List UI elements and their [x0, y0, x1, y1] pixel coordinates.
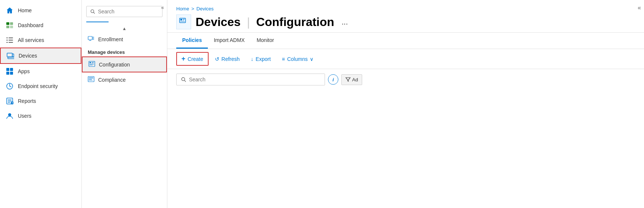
svg-rect-4 [6, 38, 8, 38]
sidebar-label-dashboard: Dashboard [18, 22, 44, 28]
sidebar-item-all-services[interactable]: All services [0, 33, 81, 48]
toolbar: + Create ↺ Refresh ↓ Export ≡ Columns ∨ [167, 49, 644, 69]
svg-rect-36 [92, 63, 93, 63]
svg-rect-35 [92, 62, 94, 62]
svg-rect-19 [8, 100, 12, 100]
section-header-manage-devices: Manage devices [82, 46, 167, 56]
svg-rect-48 [180, 21, 185, 22]
svg-rect-6 [6, 40, 8, 40]
svg-rect-21 [8, 102, 10, 103]
main-search-input[interactable] [189, 77, 320, 82]
more-options-button[interactable]: ... [339, 18, 351, 26]
second-panel: « ▲ Enrollment Manage devices [82, 0, 167, 208]
svg-rect-8 [6, 42, 8, 43]
sidebar-item-devices[interactable]: Devices [0, 48, 81, 64]
export-button[interactable]: ↓ Export [246, 53, 276, 65]
tab-import-admx[interactable]: Import ADMX [208, 33, 251, 49]
sidebar-collapse-button[interactable]: « [638, 4, 641, 11]
sidebar-label-apps: Apps [18, 68, 30, 74]
svg-rect-45 [180, 19, 182, 20]
sidebar-item-reports[interactable]: Reports [0, 94, 81, 108]
sidebar-item-users[interactable]: Users [0, 108, 81, 123]
svg-rect-34 [90, 62, 91, 63]
tab-monitor[interactable]: Monitor [251, 33, 280, 49]
svg-rect-11 [8, 57, 14, 59]
main-search-icon [181, 77, 186, 82]
apps-icon [6, 68, 13, 75]
main-search-box[interactable] [176, 74, 325, 85]
svg-rect-47 [183, 20, 184, 20]
svg-rect-46 [183, 19, 185, 19]
svg-rect-12 [12, 54, 14, 57]
compliance-icon [88, 76, 94, 83]
svg-rect-13 [6, 68, 9, 71]
breadcrumb-current[interactable]: Devices [196, 6, 213, 12]
sidebar-item-endpoint-security[interactable]: Endpoint security [0, 79, 81, 94]
svg-rect-15 [6, 72, 9, 75]
sidebar: « Home Dashboard [0, 0, 82, 208]
svg-rect-0 [6, 22, 9, 25]
export-icon: ↓ [251, 56, 254, 62]
create-button[interactable]: + Create [176, 52, 209, 66]
svg-rect-44 [180, 18, 186, 23]
filter-label: Ad [352, 77, 358, 82]
svg-rect-14 [10, 68, 13, 71]
columns-arrow: ∨ [310, 56, 313, 62]
columns-label: Columns [287, 56, 307, 62]
sidebar-label-endpoint-security: Endpoint security [18, 83, 58, 89]
second-panel-item-compliance[interactable]: Compliance [82, 72, 167, 87]
svg-rect-28 [88, 36, 92, 40]
svg-rect-7 [9, 40, 13, 40]
sidebar-label-home: Home [18, 7, 32, 13]
devices-icon [7, 52, 14, 59]
configuration-label: Configuration [99, 62, 130, 68]
search-area: i Ad [167, 69, 644, 90]
second-panel-search-input[interactable] [98, 9, 158, 14]
columns-button[interactable]: ≡ Columns ∨ [277, 53, 318, 65]
page-title: Devices | Configuration [196, 15, 334, 29]
sidebar-item-dashboard[interactable]: Dashboard [0, 18, 81, 33]
scroll-up-indicator: ▲ [82, 25, 167, 32]
enrollment-icon [88, 36, 94, 43]
services-icon [6, 36, 13, 44]
svg-rect-10 [7, 53, 12, 57]
dashboard-icon [6, 22, 13, 29]
svg-rect-42 [89, 79, 92, 79]
svg-rect-41 [89, 78, 93, 79]
svg-rect-1 [10, 22, 13, 25]
sidebar-item-home[interactable]: Home [0, 3, 81, 18]
svg-rect-43 [89, 80, 93, 81]
sidebar-label-users: Users [18, 113, 32, 119]
second-panel-search-box[interactable] [86, 6, 162, 17]
svg-point-25 [8, 113, 11, 116]
svg-rect-40 [89, 77, 93, 78]
filter-button[interactable]: Ad [341, 74, 362, 85]
svg-rect-20 [8, 101, 12, 102]
main-content: Home > Devices Devices | Configuration .… [167, 0, 644, 208]
tab-policies[interactable]: Policies [176, 33, 208, 49]
sidebar-label-all-services: All services [18, 37, 44, 43]
svg-line-50 [184, 80, 186, 81]
svg-rect-3 [10, 26, 13, 28]
refresh-button[interactable]: ↺ Refresh [210, 53, 245, 65]
svg-rect-23 [12, 102, 13, 103]
sidebar-item-apps[interactable]: Apps [0, 64, 81, 79]
configuration-icon [88, 61, 95, 68]
svg-line-27 [93, 12, 94, 13]
reports-icon [6, 97, 13, 105]
create-label: Create [188, 56, 203, 62]
nav-divider [86, 22, 109, 22]
svg-rect-2 [6, 26, 9, 28]
page-icon [176, 14, 191, 29]
second-panel-item-configuration[interactable]: Configuration [82, 56, 167, 72]
compliance-label: Compliance [98, 77, 126, 83]
second-panel-item-enrollment[interactable]: Enrollment [82, 32, 167, 46]
breadcrumb-home[interactable]: Home [176, 6, 189, 12]
export-label: Export [256, 56, 271, 62]
info-button[interactable]: i [328, 74, 338, 85]
page-title-row: Devices | Configuration ... [176, 14, 635, 29]
second-panel-collapse-button[interactable]: « [161, 4, 164, 10]
breadcrumb-separator: > [191, 6, 194, 12]
svg-rect-38 [90, 65, 93, 65]
sidebar-label-reports: Reports [18, 98, 36, 104]
